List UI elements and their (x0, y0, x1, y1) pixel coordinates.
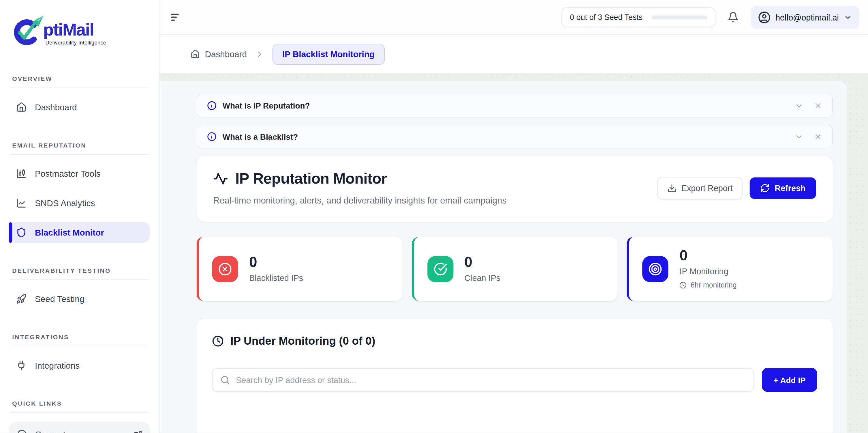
candlestick-chart-icon (16, 169, 27, 179)
sidebar-section-overview: OVERVIEW Dashboard (9, 75, 150, 126)
sidebar-item-dashboard[interactable]: Dashboard (9, 97, 150, 117)
refresh-icon (760, 183, 770, 193)
stat-body: 0 Blacklisted IPs (249, 255, 303, 283)
line-chart-icon (16, 198, 27, 208)
section-divider (10, 154, 149, 155)
sidebar-item-label: SNDS Analytics (35, 198, 95, 208)
sidebar-item-blacklist-monitor[interactable]: Blacklist Monitor (9, 222, 150, 243)
seed-tests-progress-track (651, 15, 707, 19)
sidebar-item-label: Support (35, 429, 65, 433)
section-header: OVERVIEW (9, 75, 150, 82)
banner-title: What is a Blacklist? (223, 132, 298, 141)
refresh-label: Refresh (775, 183, 805, 193)
stat-card-ip-monitoring: 0 IP Monitoring 6hr monitoring (627, 237, 833, 301)
sidebar-section-email-reputation: EMAIL REPUTATION Postmaster Tools SNDS A… (9, 142, 150, 252)
export-report-label: Export Report (681, 183, 733, 193)
app-root: ptiMail Deliverability Intelligence OVER… (0, 0, 868, 433)
stat-card-clean-ips: 0 Clean IPs (412, 237, 618, 301)
chevron-right-icon (255, 50, 264, 59)
check-circle-icon (427, 256, 453, 282)
breadcrumb: Dashboard IP Blacklist Monitoring (159, 35, 868, 74)
home-icon (16, 102, 27, 112)
menu-icon[interactable] (169, 11, 181, 23)
plug-icon (16, 360, 27, 371)
brand-wordmark: ptiMail Deliverability Intelligence (45, 22, 106, 46)
home-icon (190, 49, 200, 59)
sidebar-item-support[interactable]: Support (9, 422, 150, 433)
brand-tagline: Deliverability Intelligence (45, 39, 106, 45)
content-panel: What is IP Reputation? What is a (159, 81, 847, 433)
headphones-icon (17, 429, 27, 433)
banner-actions (795, 101, 822, 110)
section-divider (10, 280, 149, 280)
page-subtitle: Real-time monitoring, alerts, and delive… (213, 196, 507, 206)
ip-under-monitoring-card: IP Under Monitoring (0 of 0) + Add IP (197, 319, 833, 433)
stats-row: 0 Blacklisted IPs 0 Clean IPs (197, 237, 833, 301)
list-controls: + Add IP (212, 368, 817, 392)
banner-actions (795, 132, 822, 141)
export-report-button[interactable]: Export Report (657, 177, 743, 199)
info-banner-blacklist[interactable]: What is a Blacklist? (197, 125, 833, 149)
monitoring-interval-label: 6hr monitoring (691, 281, 737, 289)
stat-value: 0 (249, 255, 303, 269)
section-header: QUICK LINKS (9, 400, 150, 407)
user-circle-icon (758, 11, 771, 23)
section-header: DELIVERABILITY TESTING (9, 267, 150, 273)
shield-icon (16, 227, 27, 237)
stat-value: 0 (680, 248, 737, 263)
close-icon[interactable] (814, 133, 822, 141)
close-icon[interactable] (814, 101, 822, 110)
monitor-heading-block: IP Reputation Monitor Real-time monitori… (213, 170, 507, 205)
stat-body: 0 IP Monitoring 6hr monitoring (680, 248, 737, 289)
refresh-button[interactable]: Refresh (750, 177, 816, 199)
monitor-actions: Export Report Refresh (657, 177, 816, 199)
sidebar-item-label: Seed Testing (35, 294, 85, 304)
section-divider (10, 87, 149, 88)
search-icon (220, 375, 230, 385)
search-box (212, 368, 754, 392)
sidebar-item-snds-analytics[interactable]: SNDS Analytics (9, 193, 150, 213)
sidebar-section-integrations: INTEGRATIONS Integrations (9, 334, 150, 385)
user-email: hello@optimail.ai (775, 12, 839, 22)
breadcrumb-current-page[interactable]: IP Blacklist Monitoring (272, 44, 384, 65)
clock-icon (212, 336, 223, 347)
chevron-down-icon[interactable] (795, 101, 803, 110)
chevron-down-icon[interactable] (795, 132, 803, 141)
brand-logo[interactable]: ptiMail Deliverability Intelligence (10, 13, 150, 45)
sidebar-item-seed-testing[interactable]: Seed Testing (9, 289, 150, 309)
page-title: IP Reputation Monitor (235, 170, 387, 187)
topbar-right: 0 out of 3 Seed Tests hello@optimail.ai (561, 5, 859, 29)
sidebar-item-integrations[interactable]: Integrations (9, 355, 150, 376)
main-column: 0 out of 3 Seed Tests hello@optimail.ai (159, 0, 868, 433)
target-icon (643, 256, 669, 282)
stat-value: 0 (464, 255, 500, 269)
search-input[interactable] (236, 375, 746, 385)
list-title: IP Under Monitoring (0 of 0) (230, 335, 375, 348)
stat-card-blacklisted-ips: 0 Blacklisted IPs (197, 237, 403, 301)
content-area: What is IP Reputation? What is a (159, 74, 868, 433)
rocket-icon (16, 294, 27, 304)
info-banner-ip-reputation[interactable]: What is IP Reputation? (197, 93, 833, 117)
add-ip-button[interactable]: + Add IP (762, 368, 817, 392)
seed-tests-progress-card: 0 out of 3 Seed Tests (561, 7, 715, 27)
banner-title: What is IP Reputation? (223, 101, 310, 110)
download-icon (667, 183, 677, 193)
stat-label: Clean IPs (464, 273, 500, 283)
sidebar-item-postmaster-tools[interactable]: Postmaster Tools (9, 163, 150, 184)
topbar: 0 out of 3 Seed Tests hello@optimail.ai (159, 0, 868, 35)
section-divider (10, 346, 149, 346)
optimail-logo-icon (10, 13, 44, 45)
section-header: EMAIL REPUTATION (9, 142, 150, 149)
sidebar-item-label: Postmaster Tools (35, 169, 101, 179)
brand-name-text: ptiMail (43, 22, 106, 38)
breadcrumb-home-link[interactable]: Dashboard (190, 49, 247, 59)
stat-body: 0 Clean IPs (464, 255, 500, 283)
sidebar-item-label: Dashboard (35, 102, 77, 112)
sidebar: ptiMail Deliverability Intelligence OVER… (0, 0, 159, 433)
user-menu[interactable]: hello@optimail.ai (751, 5, 859, 29)
seed-tests-label: 0 out of 3 Seed Tests (570, 13, 643, 22)
stat-label: Blacklisted IPs (249, 273, 303, 283)
clock-icon (680, 282, 687, 289)
external-link-icon (133, 430, 143, 433)
bell-icon[interactable] (727, 11, 738, 23)
